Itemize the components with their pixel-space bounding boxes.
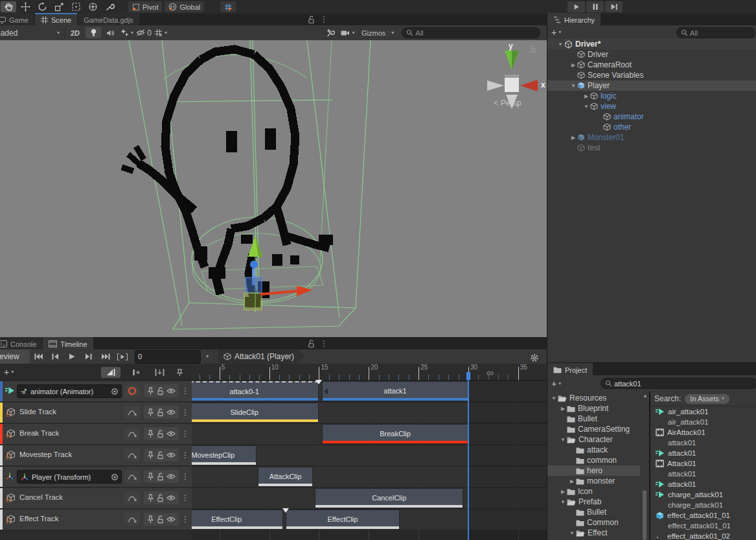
hierarchy-create-button[interactable]: +▾	[547, 27, 565, 38]
expand-arrow-icon[interactable]: ▶	[568, 478, 576, 484]
preview-toggle[interactable]: Preview	[0, 349, 30, 364]
gizmos-dropdown[interactable]: Gizmos▾	[358, 27, 398, 38]
project-create-button[interactable]: +▾	[547, 379, 565, 389]
play-range-button[interactable]	[115, 351, 130, 362]
hierarchy-item-view[interactable]: ▼view	[547, 101, 756, 112]
asset-result-attack01[interactable]: attack01	[650, 469, 756, 479]
curves-toggle-button[interactable]	[124, 513, 140, 526]
track-binding-field[interactable]: Player (Transform)	[17, 470, 122, 484]
pivot-toggle[interactable]: Pivot	[128, 1, 162, 12]
hand-tool-button[interactable]	[1, 1, 16, 12]
timeline-clip-attackclip[interactable]: AttackClip	[258, 467, 313, 487]
curves-toggle-button[interactable]	[124, 406, 140, 419]
track-lane-animator-animator[interactable]: attack0-1attack1	[192, 381, 547, 401]
mute-eye-icon[interactable]	[166, 495, 176, 501]
track-menu-kebab[interactable]: ⋮	[181, 429, 189, 438]
timeline-clip-effectclip[interactable]: EffectClip	[286, 510, 400, 530]
timeline-menu-kebab[interactable]: ⋮	[320, 339, 328, 348]
project-folder-effect[interactable]: ▼Effect	[547, 528, 640, 538]
timeline-clip-attack1[interactable]: attack1	[322, 381, 468, 401]
tab-hierarchy[interactable]: Hierarchy	[547, 13, 601, 25]
expand-arrow-icon[interactable]: ▶	[569, 62, 577, 68]
project-tree-scrollbar[interactable]: ▲	[640, 392, 649, 540]
curves-toggle-button[interactable]	[124, 491, 140, 504]
project-folder-resources[interactable]: ▼Resources	[547, 393, 640, 403]
mute-eye-icon[interactable]	[166, 388, 176, 394]
project-folder-bullet[interactable]: Bullet	[547, 414, 640, 424]
asset-result-air-attack01[interactable]: air_attack01	[650, 417, 756, 427]
expand-arrow-icon[interactable]: ▶	[582, 93, 590, 99]
track-header-movestep-track[interactable]: {}Movestep Track⋮	[0, 445, 192, 465]
track-menu-kebab[interactable]: ⋮	[181, 493, 189, 502]
gizmo-lock-icon[interactable]	[530, 45, 536, 53]
lock-icon[interactable]	[157, 473, 164, 481]
prev-frame-button[interactable]	[47, 351, 63, 362]
play-button[interactable]	[567, 1, 585, 12]
frame-field[interactable]: 0	[135, 350, 201, 364]
track-menu-kebab[interactable]: ⋮	[181, 386, 189, 395]
lock-icon[interactable]	[157, 408, 164, 417]
shading-dropdown[interactable]: Shaded ▾	[0, 25, 65, 40]
ripple-mode-button[interactable]	[127, 367, 146, 378]
pin-icon[interactable]	[147, 430, 154, 438]
goto-start-button[interactable]	[30, 351, 46, 362]
track-binding-field[interactable]: animator (Animator)	[17, 384, 122, 398]
project-folder-hero[interactable]: hero	[547, 465, 640, 476]
project-folder-character[interactable]: ▼Character	[547, 434, 640, 445]
asset-result-attack01[interactable]: attack01	[650, 479, 756, 489]
lock-icon[interactable]	[157, 387, 164, 395]
effects-dropdown[interactable]: ▾	[119, 27, 135, 38]
project-folder-common[interactable]: Common	[547, 517, 640, 528]
mute-eye-icon[interactable]	[166, 473, 176, 480]
tab-game[interactable]: Game	[0, 13, 34, 25]
track-lane-effect-track[interactable]: EffectClipEffectClip	[192, 510, 547, 530]
asset-result-charge-attack01[interactable]: charge_attack01	[650, 500, 756, 510]
hierarchy-item-scene-variables[interactable]: Scene Variables	[547, 70, 756, 80]
hierarchy-item-test[interactable]: test	[547, 143, 756, 153]
mute-eye-icon[interactable]	[166, 409, 176, 416]
timeline-lock-icon[interactable]	[308, 340, 315, 348]
pin-icon[interactable]	[147, 473, 154, 481]
2d-toggle[interactable]: 2D	[67, 27, 84, 38]
lock-icon[interactable]	[157, 494, 164, 502]
project-folder-blueprint[interactable]: ▶Blueprint	[547, 403, 640, 414]
asset-result-attack01[interactable]: attack01	[650, 438, 756, 448]
hierarchy-item-logic[interactable]: ▶logic	[547, 91, 756, 101]
hierarchy-item-other[interactable]: other	[547, 122, 756, 132]
track-lane-cancel-track[interactable]: CancelClip	[192, 488, 547, 508]
expand-arrow-icon[interactable]: ▼	[582, 104, 590, 110]
track-header-animator-animator[interactable]: animator (Animator)⋮	[0, 381, 192, 401]
asset-result-air-attack01[interactable]: air_attack01	[650, 406, 756, 417]
project-folder-monster[interactable]: ▶monster	[547, 476, 640, 486]
project-folder-prefab[interactable]: ▼Prefab	[547, 497, 640, 507]
scroll-up-icon[interactable]: ▲	[643, 393, 648, 399]
hierarchy-item-driver[interactable]: ▼Driver*	[547, 39, 756, 49]
play-timeline-button[interactable]	[64, 351, 80, 362]
rect-tool-button[interactable]	[68, 1, 84, 12]
hidden-objects-toggle[interactable]: 0	[136, 27, 152, 38]
custom-tool-button[interactable]	[102, 1, 117, 12]
lock-icon[interactable]	[157, 515, 164, 524]
track-menu-kebab[interactable]: ⋮	[181, 472, 189, 481]
pin-icon[interactable]	[147, 408, 154, 417]
track-header-cancel-track[interactable]: {}Cancel Track⋮	[0, 488, 192, 508]
expand-arrow-icon[interactable]: ▶	[559, 489, 567, 495]
pause-button[interactable]	[586, 1, 604, 12]
tab-project[interactable]: Project	[547, 363, 593, 375]
grid-dropdown[interactable]: ▾	[153, 27, 168, 38]
asset-result-attack01[interactable]: attack01	[650, 448, 756, 458]
tab-console[interactable]: Console	[0, 337, 42, 349]
lighting-toggle[interactable]	[86, 27, 101, 38]
markers-toggle[interactable]	[172, 367, 187, 378]
breadcrumb[interactable]: Attack01 (Player)	[218, 349, 304, 364]
tools-overlay-button[interactable]	[323, 27, 339, 38]
clip-boundary-marker[interactable]	[282, 508, 289, 513]
rotate-tool-button[interactable]	[34, 1, 50, 12]
scene-menu-kebab[interactable]: ⋮	[320, 15, 328, 24]
audio-toggle[interactable]	[102, 27, 118, 38]
expand-arrow-icon[interactable]: ▼	[569, 83, 577, 89]
object-picker-icon[interactable]	[111, 388, 119, 395]
timeline-settings-gear-icon[interactable]	[527, 352, 542, 363]
pin-icon[interactable]	[147, 387, 154, 395]
persp-label-group[interactable]: < Persp	[494, 99, 521, 108]
